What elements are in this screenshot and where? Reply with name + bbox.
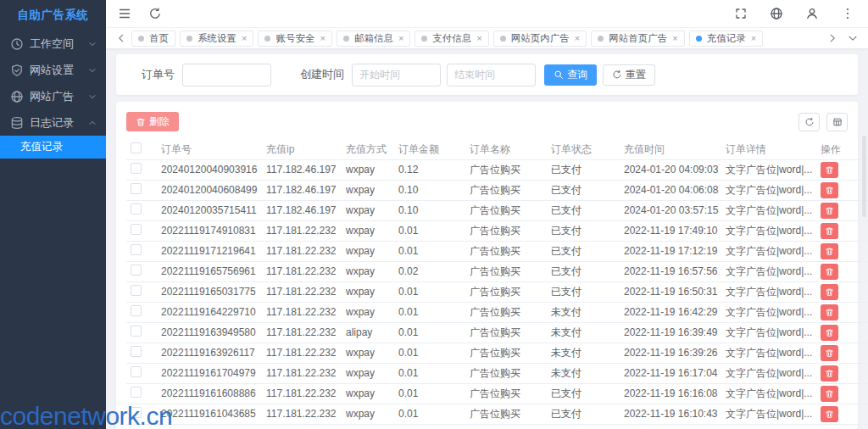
cell-detail: 文字广告位|word|... — [721, 261, 816, 281]
row-delete-button[interactable] — [821, 203, 838, 219]
order-no-label: 订单号 — [142, 67, 175, 82]
tab-2[interactable]: 账号安全× — [258, 31, 331, 47]
cell-status: 已支付 — [547, 159, 620, 180]
query-button[interactable]: 查询 — [544, 64, 597, 86]
tabs-list: 首页系统设置×账号安全×邮箱信息×支付信息×网站页内广告×网站首页广告×充值记录… — [131, 31, 822, 47]
table-header-row: 订单号充值ip充值方式订单金额订单名称订单状态充值时间订单详情操作 — [126, 140, 868, 159]
tab-close-icon[interactable]: × — [242, 34, 247, 43]
row-checkbox[interactable] — [131, 326, 142, 337]
sidebar-item-1[interactable]: 网站设置 — [0, 57, 106, 83]
cell-time: 2024-01-20 03:57:15 — [620, 200, 721, 220]
row-delete-button[interactable] — [821, 345, 838, 361]
collapse-menu-icon[interactable] — [118, 7, 131, 20]
row-delete-button[interactable] — [821, 182, 838, 198]
trash-icon — [825, 267, 834, 276]
scrollbar-thumb[interactable] — [862, 136, 866, 217]
sidebar-subitem-recharge-records[interactable]: 充值记录 — [0, 136, 106, 159]
row-checkbox[interactable] — [131, 387, 142, 398]
tab-close-icon[interactable]: × — [320, 34, 325, 43]
tabs-menu-icon[interactable] — [847, 32, 859, 44]
cell-method: wxpay — [342, 200, 394, 220]
language-globe-icon[interactable] — [770, 7, 783, 20]
cell-method: wxpay — [342, 404, 394, 424]
tab-close-icon[interactable]: × — [575, 34, 580, 43]
cell-name: 广告位购买 — [465, 322, 547, 343]
row-checkbox[interactable] — [131, 163, 142, 174]
cell-order-no: 20221119163926117 — [157, 343, 262, 363]
cell-time: 2022-11-19 16:42:29 — [620, 302, 721, 322]
trash-icon — [825, 186, 834, 195]
page-content: 订单号 创建时间 查询 重置 — [106, 49, 868, 429]
sidebar-item-2[interactable]: 网站广告 — [0, 83, 106, 109]
cell-name: 广告位购买 — [465, 281, 547, 302]
tab-close-icon[interactable]: × — [398, 34, 403, 43]
user-icon[interactable] — [805, 7, 819, 20]
cell-status: 已支付 — [547, 281, 620, 302]
row-checkbox[interactable] — [131, 183, 142, 194]
row-checkbox[interactable] — [131, 265, 142, 276]
tab-7[interactable]: 充值记录× — [689, 31, 763, 47]
fullscreen-icon[interactable] — [734, 7, 748, 20]
row-delete-button[interactable] — [821, 162, 838, 178]
database-icon — [10, 116, 24, 130]
cell-order-no: 20221119161043685 — [157, 404, 262, 424]
trash-icon — [825, 389, 834, 398]
column-settings-button[interactable] — [826, 113, 848, 131]
more-vertical-icon[interactable] — [841, 7, 854, 20]
end-time-input[interactable] — [447, 64, 536, 86]
sidebar-item-3[interactable]: 日志记录 — [0, 109, 106, 136]
tab-label: 充值记录 — [707, 32, 746, 45]
tab-0[interactable]: 首页 — [131, 31, 175, 47]
tab-5[interactable]: 网站页内广告× — [493, 31, 587, 47]
start-time-input[interactable] — [352, 64, 441, 86]
table-refresh-button[interactable] — [798, 113, 820, 131]
refresh-icon[interactable] — [148, 7, 162, 20]
column-header: 操作 — [816, 140, 868, 159]
sidebar-item-0[interactable]: 工作空间 — [0, 31, 106, 57]
reset-button[interactable]: 重置 — [603, 64, 655, 86]
row-checkbox[interactable] — [131, 366, 142, 377]
table-row: 20221119165756961117.181.22.232wxpay0.02… — [126, 261, 868, 281]
sidebar-item-label: 网站设置 — [30, 63, 87, 78]
tabs-scroll-right-icon[interactable] — [826, 32, 838, 44]
row-delete-button[interactable] — [821, 223, 838, 239]
row-delete-button[interactable] — [821, 243, 838, 259]
tab-close-icon[interactable]: × — [476, 34, 481, 43]
tab-close-icon[interactable]: × — [672, 34, 677, 43]
cell-ip: 117.182.46.197 — [262, 159, 342, 180]
column-header: 充值ip — [262, 140, 342, 159]
cell-detail: 文字广告位|word|... — [721, 404, 816, 424]
tab-3[interactable]: 邮箱信息× — [337, 31, 410, 47]
cell-name: 广告位购买 — [465, 241, 547, 261]
cell-time: 2022-11-19 16:39:49 — [620, 322, 721, 343]
order-no-input[interactable] — [182, 64, 271, 86]
cell-status: 已支付 — [547, 200, 620, 220]
cell-amount: 0.01 — [394, 322, 465, 343]
tabs-scroll-left-icon[interactable] — [115, 32, 127, 44]
cell-amount: 0.12 — [394, 159, 465, 180]
row-delete-button[interactable] — [821, 304, 838, 320]
row-checkbox[interactable] — [131, 285, 142, 296]
select-all-checkbox[interactable] — [131, 142, 142, 153]
row-delete-button[interactable] — [821, 386, 838, 402]
row-checkbox[interactable] — [131, 346, 142, 357]
row-checkbox[interactable] — [131, 224, 142, 235]
cell-amount: 0.01 — [394, 404, 465, 424]
tab-6[interactable]: 网站首页广告× — [591, 31, 684, 47]
tab-4[interactable]: 支付信息× — [415, 31, 488, 47]
row-delete-button[interactable] — [821, 325, 838, 341]
tab-close-icon[interactable]: × — [751, 34, 756, 43]
refresh-icon — [804, 117, 815, 127]
row-delete-button[interactable] — [821, 365, 838, 382]
row-checkbox[interactable] — [131, 244, 142, 255]
row-checkbox[interactable] — [131, 203, 142, 214]
cell-time: 2022-11-19 16:10:43 — [620, 404, 721, 424]
tab-label: 账号安全 — [275, 32, 314, 45]
delete-selected-button[interactable]: 删除 — [126, 112, 179, 131]
row-delete-button[interactable] — [821, 284, 838, 300]
cell-status: 已支付 — [547, 383, 620, 404]
row-delete-button[interactable] — [821, 264, 838, 280]
row-delete-button[interactable] — [821, 406, 838, 422]
row-checkbox[interactable] — [131, 305, 142, 316]
tab-1[interactable]: 系统设置× — [180, 31, 253, 47]
